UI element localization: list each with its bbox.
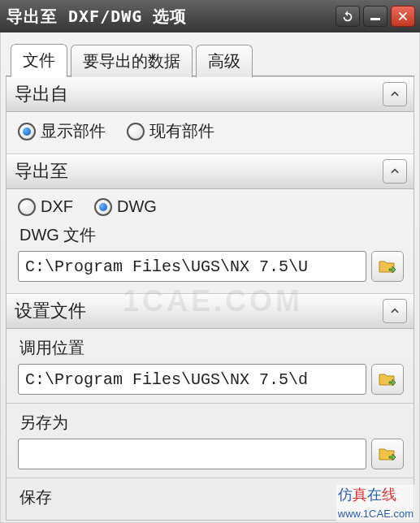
collapse-button[interactable] bbox=[383, 299, 407, 323]
folder-open-icon bbox=[378, 446, 397, 462]
minimize-icon bbox=[370, 18, 380, 20]
section-title: 导出自 bbox=[15, 82, 68, 106]
dwg-file-label: DWG 文件 bbox=[19, 224, 404, 246]
browse-call-location-button[interactable] bbox=[371, 364, 404, 395]
save-as-row bbox=[18, 439, 404, 469]
tab-data-to-export[interactable]: 要导出的数据 bbox=[71, 45, 193, 77]
section-title: 导出至 bbox=[15, 159, 68, 184]
section-body-export-to: DXF DWG DWG 文件 C:\Program Files\UGS\NX 7… bbox=[6, 189, 414, 293]
refresh-button[interactable] bbox=[336, 6, 360, 27]
section-header-export-to[interactable]: 导出至 bbox=[6, 153, 414, 189]
path-value: C:\Program Files\UGS\NX 7.5\U bbox=[25, 257, 308, 276]
divider bbox=[6, 478, 414, 478]
radio-group-format: DXF DWG bbox=[18, 197, 404, 216]
radio-label: 现有部件 bbox=[149, 120, 214, 142]
radio-display-part[interactable]: 显示部件 bbox=[18, 120, 106, 142]
section-export-from: 导出自 显示部件 现有部件 bbox=[6, 76, 414, 153]
folder-open-icon bbox=[378, 371, 397, 387]
path-value: C:\Program Files\UGS\NX 7.5\d bbox=[25, 370, 308, 389]
radio-dot-icon bbox=[18, 198, 36, 216]
dwg-file-input[interactable]: C:\Program Files\UGS\NX 7.5\U bbox=[18, 251, 366, 282]
tab-panel-file: 导出自 显示部件 现有部件 bbox=[6, 76, 414, 521]
radio-existing-part[interactable]: 现有部件 bbox=[127, 120, 214, 142]
chevron-up-icon bbox=[389, 89, 401, 100]
tab-advanced[interactable]: 高级 bbox=[196, 45, 253, 77]
divider bbox=[6, 403, 414, 404]
close-button[interactable] bbox=[391, 6, 415, 27]
radio-label: DXF bbox=[41, 197, 73, 216]
tab-label: 文件 bbox=[23, 51, 55, 69]
tab-file[interactable]: 文件 bbox=[11, 44, 67, 77]
radio-dxf[interactable]: DXF bbox=[18, 197, 73, 216]
close-icon bbox=[397, 11, 409, 22]
radio-dot-icon bbox=[127, 123, 145, 140]
radio-dwg[interactable]: DWG bbox=[94, 197, 157, 216]
radio-dot-icon bbox=[18, 123, 36, 140]
section-export-to: 导出至 DXF DWG DWG 文件 bbox=[6, 153, 414, 293]
radio-dot-icon bbox=[94, 198, 112, 216]
browse-save-as-button[interactable] bbox=[371, 439, 404, 469]
collapse-button[interactable] bbox=[383, 159, 407, 184]
section-header-export-from[interactable]: 导出自 bbox=[6, 76, 414, 112]
save-as-input[interactable] bbox=[18, 439, 366, 469]
section-body-export-from: 显示部件 现有部件 bbox=[6, 112, 414, 153]
save-as-label: 另存为 bbox=[19, 412, 404, 434]
window-title: 导出至 DXF/DWG 选项 bbox=[6, 6, 332, 28]
folder-open-icon bbox=[378, 258, 397, 274]
chevron-up-icon bbox=[389, 166, 401, 177]
browse-dwg-button[interactable] bbox=[371, 251, 404, 282]
minimize-button[interactable] bbox=[363, 6, 388, 27]
call-location-row: C:\Program Files\UGS\NX 7.5\d bbox=[18, 364, 404, 395]
section-title: 设置文件 bbox=[15, 299, 86, 323]
client-area: 文件 要导出的数据 高级 导出自 显示部件 bbox=[0, 32, 420, 523]
collapse-button[interactable] bbox=[383, 82, 407, 106]
tab-label: 要导出的数据 bbox=[83, 52, 180, 70]
tab-strip: 文件 要导出的数据 高级 bbox=[6, 41, 414, 76]
refresh-icon bbox=[341, 10, 354, 23]
footer-url: www.1CAE.com bbox=[338, 508, 414, 520]
radio-label: DWG bbox=[117, 197, 157, 216]
radio-group-export-from: 显示部件 现有部件 bbox=[18, 120, 404, 142]
titlebar: 导出至 DXF/DWG 选项 bbox=[0, 0, 420, 32]
tab-label: 高级 bbox=[208, 52, 240, 70]
footer-brand: 仿真在线 www.1CAE.com bbox=[336, 485, 415, 521]
section-header-settings-file[interactable]: 设置文件 bbox=[6, 293, 414, 329]
radio-label: 显示部件 bbox=[41, 120, 106, 142]
dwg-file-row: C:\Program Files\UGS\NX 7.5\U bbox=[18, 251, 404, 282]
chevron-up-icon bbox=[389, 305, 401, 317]
call-location-label: 调用位置 bbox=[19, 337, 404, 359]
call-location-input[interactable]: C:\Program Files\UGS\NX 7.5\d bbox=[18, 364, 366, 395]
